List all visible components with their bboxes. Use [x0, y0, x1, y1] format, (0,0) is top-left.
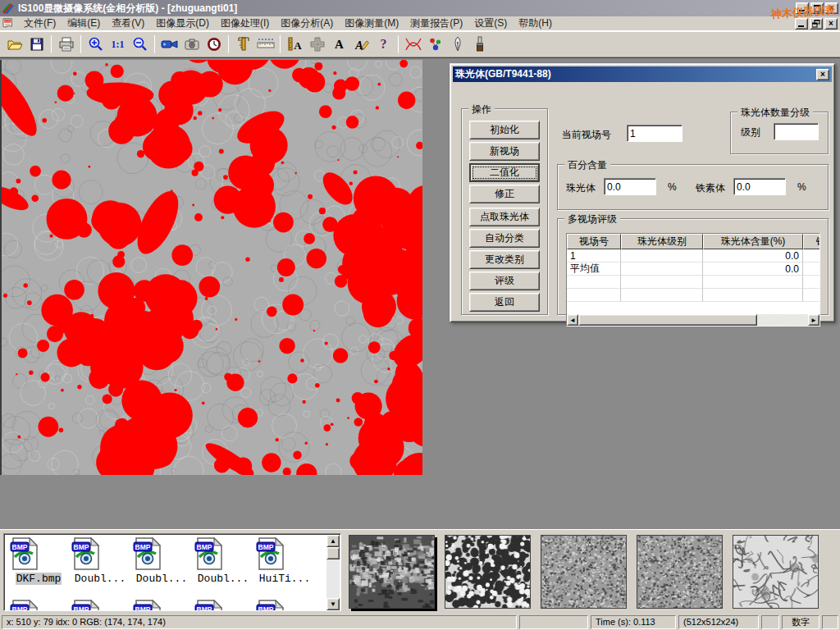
window-titlebar: IS100显微摄像系统(金相分析版) - [zhuguangti01] ×	[0, 0, 840, 16]
app-icon	[2, 2, 15, 15]
ferrite-input[interactable]: 0.0	[733, 178, 786, 195]
table-row	[567, 289, 819, 302]
status-bar: x: 510 y: 79 idx: 0 RGB: (174, 174, 174)…	[0, 614, 840, 630]
save-icon[interactable]	[25, 34, 48, 56]
table-horizontal-scrollbar[interactable]: ◄ ►	[567, 314, 819, 326]
rating-table[interactable]: 视场号 珠光体级别 珠光体含量(%) 铁素体含量(%) 1 0.0 平均值	[566, 233, 820, 326]
child-minimize-icon[interactable]	[795, 18, 808, 30]
file-name[interactable]: DKF.bmp	[16, 573, 62, 585]
current-view-input[interactable]: 1	[627, 125, 682, 142]
svg-text:A: A	[294, 39, 302, 52]
file-name[interactable]: Doubl...	[74, 573, 126, 585]
rate-button[interactable]: 评级	[469, 272, 540, 290]
pick-pearlite-button[interactable]: 点取珠光体	[469, 208, 540, 226]
annotate-icon[interactable]: A	[350, 34, 372, 56]
correct-button[interactable]: 修正	[469, 185, 540, 203]
scrollbar-thumb[interactable]	[578, 314, 757, 326]
menu-image-analysis[interactable]: 图像分析(A)	[275, 16, 339, 31]
caliper-icon[interactable]	[232, 34, 254, 56]
table-row[interactable]: 1 0.0	[567, 249, 819, 262]
thumbnail-image[interactable]	[541, 535, 627, 609]
multi-field-group: 多视场评级 视场号 珠光体级别 珠光体含量(%) 铁素体含量(%) 1 0.0	[557, 218, 829, 315]
return-button[interactable]: 返回	[469, 293, 540, 312]
menu-file[interactable]: 文件(F)	[18, 16, 62, 31]
grade-input[interactable]	[774, 123, 819, 140]
thumbnail-image[interactable]	[445, 535, 531, 609]
menu-edit[interactable]: 编辑(E)	[62, 16, 106, 31]
minimize-icon[interactable]	[796, 2, 809, 14]
ferrite-percent-sign: %	[797, 181, 806, 193]
pen-icon[interactable]	[446, 34, 468, 56]
file-item[interactable]: Doubl...	[194, 537, 253, 585]
clock-icon[interactable]	[203, 34, 225, 56]
ruler-icon[interactable]	[254, 34, 276, 56]
file-name[interactable]: Doubl...	[197, 573, 249, 585]
scroll-down-icon[interactable]: ▼	[326, 598, 340, 610]
binarized-micrograph-image[interactable]	[0, 60, 422, 475]
camera-mode: 数字	[782, 615, 819, 629]
zoom-out-icon[interactable]	[129, 34, 151, 56]
scrollbar-thumb[interactable]	[326, 547, 340, 559]
measure-text-icon[interactable]: A	[284, 34, 306, 56]
menu-image-measure[interactable]: 图像测量(M)	[339, 16, 404, 31]
zoom-in-icon[interactable]	[84, 34, 107, 56]
auto-classify-button[interactable]: 自动分类	[469, 229, 540, 248]
change-class-button[interactable]: 更改类别	[469, 250, 540, 269]
child-close-icon[interactable]: ×	[824, 18, 838, 30]
thumbnail-image[interactable]	[349, 535, 435, 609]
dialog-titlebar[interactable]: 珠光体(GB/T9441-88) ×	[453, 66, 832, 82]
video-camera-icon[interactable]	[158, 34, 180, 56]
grade-group: 珠光体数量分级 级别	[730, 112, 829, 154]
menu-bar: DOC 文件(F) 编辑(E) 查看(V) 图像显示(D) 图像处理(I) 图像…	[0, 16, 840, 31]
table-row[interactable]: 平均值 0.0	[567, 262, 819, 276]
zoom-1to1-icon[interactable]: 1:1	[107, 34, 129, 56]
scroll-up-icon[interactable]: ▲	[326, 535, 340, 547]
file-list[interactable]: DKF.bmp Doubl... Doubl... Doubl... HuiTi…	[3, 533, 341, 611]
percent-group: 百分含量 珠光体 0.0 % 铁素体 0.0 %	[557, 164, 829, 210]
thumbnail-image[interactable]	[637, 535, 723, 609]
file-list-scrollbar[interactable]: ▲ ▼	[326, 535, 340, 610]
text-label-icon[interactable]: A	[328, 34, 350, 56]
menu-view[interactable]: 查看(V)	[106, 16, 150, 31]
init-button[interactable]: 初始化	[469, 121, 540, 139]
file-browser-panel: DKF.bmp Doubl... Doubl... Doubl... HuiTi…	[0, 529, 840, 614]
scroll-left-icon[interactable]: ◄	[567, 314, 578, 326]
thumbnail-image[interactable]	[733, 535, 819, 609]
file-name[interactable]: HuiTi...	[258, 573, 311, 585]
mdi-workspace: 珠光体(GB/T9441-88) × 操作 初始化 新视场 二值化 修正 点取珠…	[0, 57, 840, 529]
help-icon[interactable]: ?	[372, 34, 395, 56]
pearlite-label: 珠光体	[566, 181, 596, 195]
close-icon[interactable]: ×	[825, 2, 838, 14]
photo-camera-icon[interactable]	[180, 34, 203, 56]
open-file-icon[interactable]	[3, 34, 25, 56]
print-icon[interactable]	[55, 34, 77, 56]
maximize-icon[interactable]	[810, 2, 824, 14]
file-item[interactable]: Doubl...	[132, 537, 191, 585]
binarize-button[interactable]: 二值化	[469, 163, 540, 182]
curve-tool-icon[interactable]	[402, 34, 424, 56]
pearlite-input[interactable]: 0.0	[604, 178, 656, 195]
file-item[interactable]: DKF.bmp	[9, 537, 68, 585]
menu-image-display[interactable]: 图像显示(D)	[150, 16, 215, 31]
new-field-button[interactable]: 新视场	[469, 142, 540, 161]
pearlite-percent-sign: %	[668, 181, 677, 193]
dialog-close-icon[interactable]: ×	[816, 69, 829, 80]
file-item[interactable]: HuiTi...	[255, 537, 314, 585]
cursor-coordinates: x: 510 y: 79 idx: 0 RGB: (174, 174, 174)	[2, 615, 517, 629]
file-item	[132, 600, 191, 611]
file-name[interactable]: Doubl...	[135, 573, 188, 585]
status-empty	[822, 615, 838, 629]
document-icon[interactable]: DOC	[2, 17, 15, 30]
image-dimensions: (512x512x24)	[678, 615, 759, 629]
table-row	[567, 276, 819, 289]
menu-help[interactable]: 帮助(H)	[513, 16, 558, 31]
file-item[interactable]: Doubl...	[71, 537, 130, 585]
menu-report[interactable]: 测量报告(P)	[404, 16, 468, 31]
scroll-right-icon[interactable]: ►	[808, 314, 819, 326]
brush-icon[interactable]	[468, 34, 491, 56]
grid-tool-icon[interactable]	[306, 34, 328, 56]
menu-image-process[interactable]: 图像处理(I)	[215, 16, 275, 31]
particles-icon[interactable]	[424, 34, 446, 56]
child-restore-icon[interactable]	[810, 18, 823, 30]
menu-settings[interactable]: 设置(S)	[468, 16, 513, 31]
